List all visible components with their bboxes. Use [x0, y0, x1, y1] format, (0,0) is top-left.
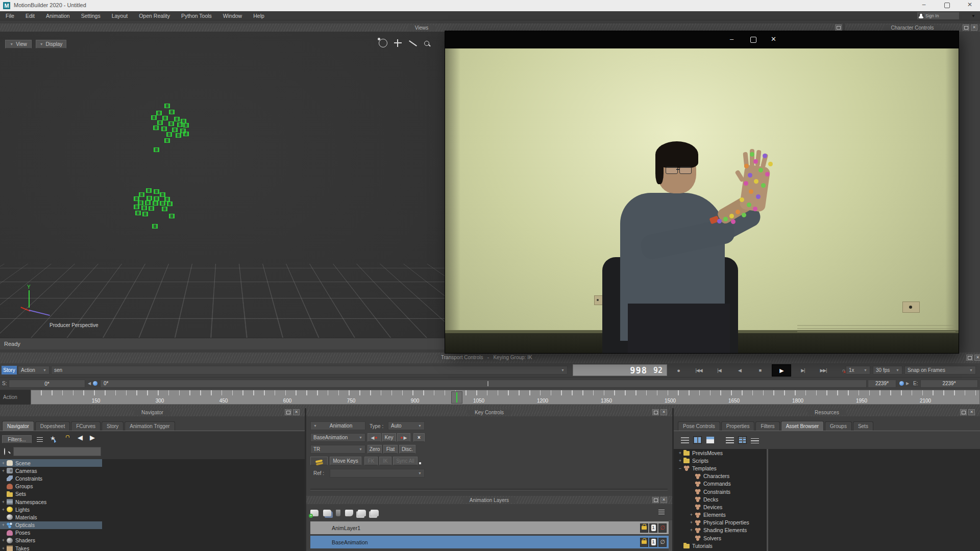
nav-item-sets[interactable]: Sets [0, 490, 118, 498]
res-item-prevismoves[interactable]: +PrevisMoves [677, 449, 767, 457]
viewport-canvas[interactable]: Y Producer Perspective [0, 32, 445, 338]
layer-mute-icon[interactable]: ∅ [658, 538, 667, 547]
previous-key-button[interactable]: |◀ [710, 366, 728, 375]
expander-icon[interactable]: + [0, 468, 7, 473]
layer-lock-icon[interactable] [640, 538, 648, 547]
res-item-commands[interactable]: Commands [677, 480, 767, 488]
sync-all-button[interactable]: Sync All [393, 457, 418, 465]
keying-group-dropdown[interactable]: ▼Animation [310, 421, 365, 430]
filter-star-icon[interactable]: ★ [50, 435, 56, 442]
pan-icon[interactable] [394, 39, 402, 47]
stop-button[interactable]: ■ [751, 366, 769, 375]
expander-icon[interactable]: + [0, 546, 7, 551]
tab-navigator[interactable]: Navigator [2, 421, 34, 431]
expander-icon[interactable]: + [688, 520, 695, 525]
goto-start-button[interactable]: |◀◀ [690, 366, 707, 375]
playhead[interactable] [451, 391, 462, 404]
expander-icon[interactable]: + [0, 522, 7, 528]
nav-item-groups[interactable]: Groups [0, 483, 118, 490]
layer-row-animlayer1[interactable]: AnimLayer11∅ [310, 521, 669, 534]
view-menu-button[interactable]: ▼View [5, 40, 32, 48]
frame-counter[interactable]: 998 92 [573, 364, 667, 376]
expander-icon[interactable]: + [0, 507, 7, 512]
nav-item-materials[interactable]: Materials [0, 513, 118, 521]
merge-layers-icon[interactable] [345, 510, 353, 516]
asset-preview-pane[interactable] [768, 449, 980, 551]
sign-in-button[interactable]: Sign In [917, 12, 959, 19]
end-zoom-right-icon[interactable]: ▶ [906, 381, 909, 386]
forward-arrow-icon[interactable]: ▶ [90, 434, 95, 441]
video-maximize-button[interactable] [750, 37, 756, 43]
add-layer-icon[interactable]: + [310, 510, 318, 516]
display-menu-button[interactable]: ▼Display [36, 40, 66, 48]
res-item-physical-properties[interactable]: +Physical Properties [677, 519, 767, 527]
key-restore-icon[interactable] [652, 409, 659, 415]
nav-item-takes[interactable]: +Takes [0, 544, 118, 551]
expander-icon[interactable]: + [0, 499, 7, 505]
start-value-box[interactable]: 0* [9, 380, 85, 388]
char-restore-icon[interactable] [963, 24, 969, 31]
tab-properties[interactable]: Properties [721, 421, 755, 431]
res-item-elements[interactable]: +Elements [677, 511, 767, 519]
orbit-icon[interactable] [379, 39, 387, 47]
end-zoom-knob[interactable] [899, 381, 904, 386]
res-item-constraints[interactable]: Constraints [677, 488, 767, 495]
timeline-ruler[interactable]: 1503004506007509001050120013501500165018… [31, 390, 980, 405]
menu-open-reality[interactable]: Open Reality [133, 13, 176, 19]
layer-row-baseanimation[interactable]: BaseAnimation1∅ [310, 536, 669, 548]
list-view-icon[interactable] [726, 437, 734, 443]
nav-item-opticals[interactable]: +Opticals [0, 521, 102, 529]
story-mode-button[interactable]: Story [2, 366, 17, 374]
disc-button[interactable]: Disc. [399, 445, 415, 454]
tab-pose-controls[interactable]: Pose Controls [678, 421, 720, 431]
layer-dropdown[interactable]: BaseAnimation▼ [310, 433, 365, 442]
single-pane-icon[interactable] [706, 436, 715, 444]
snap-dropdown[interactable]: Snap on Frames▼ [904, 366, 976, 374]
layer-weight-box[interactable]: 1 [649, 538, 657, 547]
video-titlebar[interactable]: – ✕ [445, 31, 959, 48]
range-end-box[interactable]: 2239* [868, 380, 896, 388]
magnifier-icon[interactable] [424, 41, 429, 46]
step-back-button[interactable]: ◀ [731, 366, 748, 375]
nav-item-scene[interactable]: +Scene [0, 459, 102, 467]
tab-fcurves[interactable]: FCurves [71, 421, 101, 431]
resources-restore-icon[interactable] [960, 409, 967, 415]
nav-item-cameras[interactable]: +Cameras [0, 467, 118, 474]
end-value-box[interactable]: 2239* [920, 380, 978, 388]
take-field[interactable]: sen▼ [51, 366, 568, 374]
channel-dropdown[interactable]: TR▼ [310, 445, 365, 454]
zoom-line-icon[interactable] [409, 40, 417, 46]
nav-item-namespaces[interactable]: +Namespaces [0, 498, 118, 506]
resources-close-icon[interactable]: ✕ [968, 409, 975, 415]
transport-restore-icon[interactable] [966, 355, 973, 361]
video-minimize-button[interactable]: – [730, 35, 733, 43]
duplicate-merge-icon[interactable] [371, 510, 379, 516]
tree-view-icon[interactable] [681, 436, 689, 443]
layers-stack-icon[interactable] [323, 510, 331, 516]
flat-button[interactable]: Flat [383, 445, 398, 454]
discard-key-button[interactable]: × [413, 433, 425, 442]
zero-button[interactable]: Zero [368, 445, 382, 454]
layers-restore-icon[interactable] [652, 497, 659, 503]
minimize-button[interactable]: – [916, 1, 932, 10]
close-button[interactable]: ✕ [962, 1, 977, 10]
tab-animation-trigger[interactable]: Animation Trigger [125, 421, 175, 431]
res-item-solvers[interactable]: Solvers [677, 534, 767, 542]
tab-asset-browser[interactable]: Asset Browser [781, 421, 824, 431]
expander-icon[interactable]: + [688, 528, 695, 533]
key-close-icon[interactable]: ✕ [660, 409, 667, 415]
tab-sets[interactable]: Sets [853, 421, 873, 431]
nav-item-constraints[interactable]: Constraints [0, 474, 118, 482]
expander-icon[interactable]: − [677, 466, 683, 471]
expander-icon[interactable]: + [677, 450, 683, 456]
menu-help[interactable]: Help [248, 13, 270, 19]
split-view-icon[interactable] [693, 436, 702, 444]
action-mode-dropdown[interactable]: Action▼ [18, 366, 50, 374]
nav-item-poses[interactable]: Poses [0, 529, 118, 537]
res-item-templates[interactable]: −Templates [677, 464, 767, 472]
key-button[interactable]: Key [382, 433, 396, 442]
views-restore-icon[interactable] [835, 24, 842, 31]
nav-item-lights[interactable]: +Lights [0, 506, 118, 513]
expander-icon[interactable]: + [677, 458, 683, 463]
range-track[interactable]: 0* [100, 380, 867, 388]
